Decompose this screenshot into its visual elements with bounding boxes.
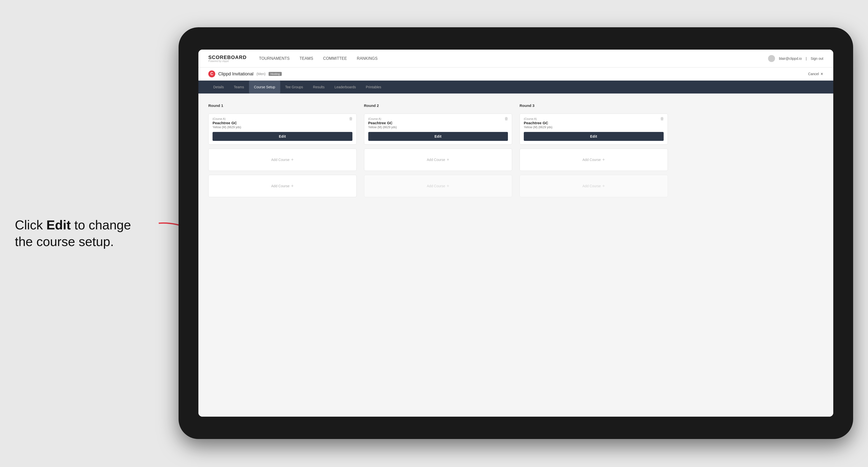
- nav-committee[interactable]: COMMITTEE: [323, 55, 347, 62]
- plus-icon: +: [602, 184, 605, 189]
- plus-icon: +: [447, 184, 450, 189]
- round-3-course-card: (Course A) Peachtree GC Yellow (M) (6629…: [520, 114, 668, 145]
- tab-course-setup[interactable]: Course Setup: [249, 81, 280, 93]
- annotation-text: Click Edit to change the course setup.: [15, 217, 149, 250]
- logo-subtitle: Powered by clippd: [208, 60, 247, 62]
- tab-tee-groups[interactable]: Tee Groups: [280, 81, 308, 93]
- round-1-course-card: (Course A) Peachtree GC Yellow (M) (6629…: [208, 114, 356, 145]
- tablet-screen: SCOREBOARD Powered by clippd TOURNAMENTS…: [198, 50, 833, 417]
- round-2-course-label: (Course A): [368, 117, 508, 120]
- round-3-delete-icon[interactable]: 🗑: [660, 116, 664, 121]
- round-2-add-course-1[interactable]: Add Course +: [364, 149, 513, 171]
- nav-rankings[interactable]: RANKINGS: [357, 55, 378, 62]
- round-1-column: Round 1 (Course A) Peachtree GC Yellow (…: [208, 103, 356, 197]
- user-avatar: [768, 55, 775, 62]
- tournament-header: C Clippd Invitational (Men) Hosting Canc…: [198, 67, 833, 81]
- round-3-course-details: Yellow (M) (6629 yds): [524, 125, 664, 129]
- round-3-course-name: Peachtree GC: [524, 121, 664, 125]
- round-3-title: Round 3: [520, 103, 668, 107]
- round-1-delete-icon[interactable]: 🗑: [348, 116, 353, 121]
- add-course-text: Add Course: [427, 158, 445, 162]
- add-course-text: Add Course: [583, 184, 601, 188]
- user-email: blair@clippd.io: [779, 57, 802, 61]
- round-2-course-card: (Course A) Peachtree GC Yellow (M) (6629…: [364, 114, 513, 145]
- plus-icon: +: [602, 157, 605, 162]
- nav-links: TOURNAMENTS TEAMS COMMITTEE RANKINGS: [259, 55, 768, 62]
- add-course-text: Add Course: [427, 184, 445, 188]
- plus-icon: +: [291, 157, 293, 162]
- round-1-title: Round 1: [208, 103, 356, 107]
- round-2-add-course-2: Add Course +: [364, 175, 513, 197]
- round-3-edit-button[interactable]: Edit: [524, 132, 664, 141]
- tablet-frame: SCOREBOARD Powered by clippd TOURNAMENTS…: [179, 27, 853, 439]
- main-content: Round 1 (Course A) Peachtree GC Yellow (…: [198, 93, 833, 417]
- separator: |: [806, 57, 807, 61]
- round-2-edit-button[interactable]: Edit: [368, 132, 508, 141]
- plus-icon: +: [291, 184, 293, 189]
- tournament-title-area: C Clippd Invitational (Men) Hosting: [208, 70, 282, 77]
- top-nav: SCOREBOARD Powered by clippd TOURNAMENTS…: [198, 50, 833, 67]
- close-icon: ✕: [820, 72, 824, 76]
- round-2-title: Round 2: [364, 103, 513, 107]
- round-1-course-label: (Course A): [213, 117, 352, 120]
- hosting-badge: Hosting: [269, 72, 282, 76]
- tournament-name: Clippd Invitational: [218, 71, 253, 76]
- round-2-delete-icon[interactable]: 🗑: [504, 116, 509, 121]
- round-1-course-details: Yellow (M) (6629 yds): [213, 125, 352, 129]
- logo-title: SCOREBOARD: [208, 55, 247, 60]
- cancel-button[interactable]: Cancel ✕: [808, 72, 824, 76]
- add-course-text: Add Course: [583, 158, 601, 162]
- sub-tabs: Details Teams Course Setup Tee Groups Re…: [198, 81, 833, 93]
- nav-tournaments[interactable]: TOURNAMENTS: [259, 55, 289, 62]
- logo-area: SCOREBOARD Powered by clippd: [208, 55, 247, 62]
- plus-icon: +: [447, 157, 450, 162]
- round-2-course-name: Peachtree GC: [368, 121, 508, 125]
- nav-teams[interactable]: TEAMS: [300, 55, 313, 62]
- round-2-course-details: Yellow (M) (6629 yds): [368, 125, 508, 129]
- round-1-add-course-1[interactable]: Add Course +: [208, 149, 356, 171]
- sign-out-link[interactable]: Sign out: [811, 57, 824, 61]
- tournament-gender: (Men): [256, 72, 266, 76]
- add-course-text: Add Course: [271, 158, 290, 162]
- round-1-edit-button[interactable]: Edit: [213, 132, 352, 141]
- round-4-column: [675, 103, 824, 197]
- round-3-course-label: (Course A): [524, 117, 664, 120]
- round-3-column: Round 3 (Course A) Peachtree GC Yellow (…: [520, 103, 668, 197]
- tab-details[interactable]: Details: [208, 81, 229, 93]
- rounds-grid: Round 1 (Course A) Peachtree GC Yellow (…: [208, 103, 824, 197]
- tab-printables[interactable]: Printables: [361, 81, 386, 93]
- tab-teams[interactable]: Teams: [229, 81, 249, 93]
- round-1-course-name: Peachtree GC: [213, 121, 352, 125]
- round-3-add-course-2: Add Course +: [520, 175, 668, 197]
- brand-icon: C: [208, 70, 215, 77]
- round-3-add-course-1[interactable]: Add Course +: [520, 149, 668, 171]
- round-2-column: Round 2 (Course A) Peachtree GC Yellow (…: [364, 103, 513, 197]
- add-course-text: Add Course: [271, 184, 290, 188]
- tab-results[interactable]: Results: [308, 81, 330, 93]
- round-1-add-course-2[interactable]: Add Course +: [208, 175, 356, 197]
- tab-leaderboards[interactable]: Leaderboards: [330, 81, 361, 93]
- user-area: blair@clippd.io | Sign out: [768, 55, 824, 62]
